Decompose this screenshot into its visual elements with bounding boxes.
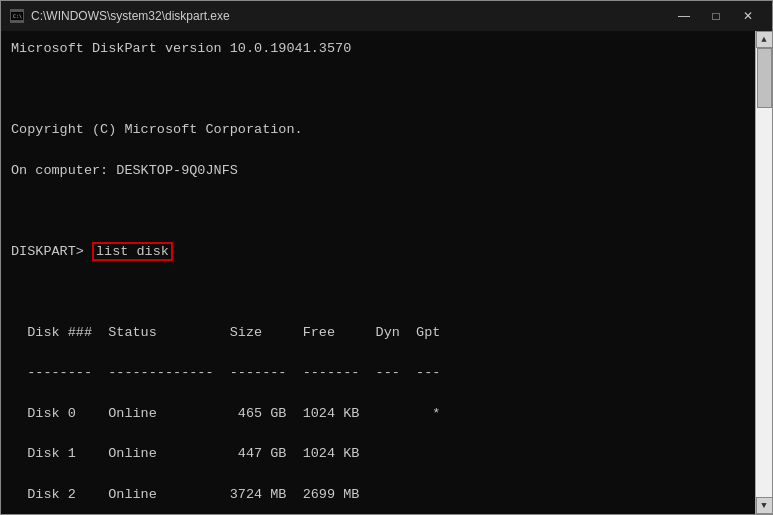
blank3 [11, 282, 745, 302]
scroll-up-button[interactable]: ▲ [756, 31, 773, 48]
col-header: Disk ### Status Size Free Dyn Gpt [11, 323, 745, 343]
cmd1-highlight: list disk [92, 242, 173, 261]
terminal[interactable]: Microsoft DiskPart version 10.0.19041.35… [1, 31, 755, 514]
close-button[interactable]: ✕ [732, 1, 764, 31]
maximize-button[interactable]: □ [700, 1, 732, 31]
copyright-line: Copyright (C) Microsoft Corporation. [11, 120, 745, 140]
version-line: Microsoft DiskPart version 10.0.19041.35… [11, 39, 745, 59]
blank2 [11, 201, 745, 221]
computer-line: On computer: DESKTOP-9Q0JNFS [11, 161, 745, 181]
scroll-down-button[interactable]: ▼ [756, 497, 773, 514]
window: C:\ C:\WINDOWS\system32\diskpart.exe — □… [0, 0, 773, 515]
col-sep: -------- ------------- ------- ------- -… [11, 363, 745, 383]
disk2-line: Disk 2 Online 3724 MB 2699 MB [11, 485, 745, 505]
title-bar: C:\ C:\WINDOWS\system32\diskpart.exe — □… [1, 1, 772, 31]
app-icon: C:\ [9, 8, 25, 24]
window-body: Microsoft DiskPart version 10.0.19041.35… [1, 31, 772, 514]
disk1-line: Disk 1 Online 447 GB 1024 KB [11, 444, 745, 464]
cmd1-line: DISKPART> list disk [11, 242, 745, 262]
svg-text:C:\: C:\ [13, 13, 22, 19]
scrollbar: ▲ ▼ [755, 31, 772, 514]
blank1 [11, 80, 745, 100]
scroll-track[interactable] [756, 48, 772, 497]
window-title: C:\WINDOWS\system32\diskpart.exe [31, 9, 668, 23]
disk0-line: Disk 0 Online 465 GB 1024 KB * [11, 404, 745, 424]
window-controls: — □ ✕ [668, 1, 764, 31]
prompt1: DISKPART> [11, 244, 92, 259]
minimize-button[interactable]: — [668, 1, 700, 31]
scroll-thumb[interactable] [757, 48, 772, 108]
